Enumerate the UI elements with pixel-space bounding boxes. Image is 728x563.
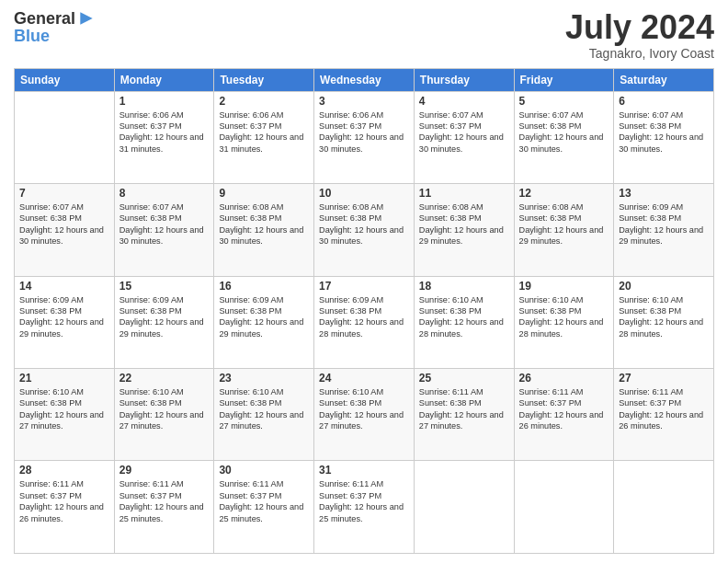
- col-saturday: Saturday: [614, 68, 714, 91]
- day-number: 19: [519, 280, 609, 293]
- cell-info: Sunrise: 6:10 AMSunset: 6:38 PMDaylight:…: [619, 294, 709, 340]
- cell-info: Sunrise: 6:08 AMSunset: 6:38 PMDaylight:…: [419, 201, 509, 247]
- table-cell: 15Sunrise: 6:09 AMSunset: 6:38 PMDayligh…: [114, 276, 214, 368]
- table-cell: 17Sunrise: 6:09 AMSunset: 6:38 PMDayligh…: [314, 276, 415, 368]
- day-number: 29: [119, 464, 210, 477]
- cell-info: Sunrise: 6:09 AMSunset: 6:38 PMDaylight:…: [19, 294, 109, 340]
- day-number: 15: [119, 280, 210, 293]
- header: General Blue July 2024 Tagnakro, Ivory C…: [14, 9, 714, 61]
- logo: General Blue: [14, 9, 96, 44]
- col-monday: Monday: [114, 68, 214, 91]
- cell-info: Sunrise: 6:10 AMSunset: 6:38 PMDaylight:…: [319, 386, 409, 432]
- cell-info: Sunrise: 6:06 AMSunset: 6:37 PMDaylight:…: [219, 109, 309, 155]
- table-cell: 2Sunrise: 6:06 AMSunset: 6:37 PMDaylight…: [214, 91, 314, 183]
- cell-info: Sunrise: 6:11 AMSunset: 6:37 PMDaylight:…: [219, 478, 309, 524]
- col-tuesday: Tuesday: [214, 68, 314, 91]
- day-number: 9: [219, 187, 309, 200]
- calendar-week-row: 1Sunrise: 6:06 AMSunset: 6:37 PMDaylight…: [15, 91, 714, 183]
- table-cell: 6Sunrise: 6:07 AMSunset: 6:38 PMDaylight…: [614, 91, 714, 183]
- title-area: July 2024 Tagnakro, Ivory Coast: [565, 9, 714, 61]
- table-cell: [15, 91, 115, 183]
- cell-info: Sunrise: 6:09 AMSunset: 6:38 PMDaylight:…: [119, 294, 210, 340]
- cell-info: Sunrise: 6:06 AMSunset: 6:37 PMDaylight:…: [319, 109, 409, 155]
- table-cell: 25Sunrise: 6:11 AMSunset: 6:38 PMDayligh…: [414, 369, 514, 461]
- table-cell: 16Sunrise: 6:09 AMSunset: 6:38 PMDayligh…: [214, 276, 314, 368]
- cell-info: Sunrise: 6:11 AMSunset: 6:37 PMDaylight:…: [19, 478, 109, 524]
- table-cell: 29Sunrise: 6:11 AMSunset: 6:37 PMDayligh…: [114, 461, 214, 554]
- table-cell: [414, 461, 514, 554]
- location: Tagnakro, Ivory Coast: [565, 46, 714, 61]
- table-cell: 7Sunrise: 6:07 AMSunset: 6:38 PMDaylight…: [15, 184, 115, 276]
- day-number: 30: [219, 464, 309, 477]
- table-cell: 8Sunrise: 6:07 AMSunset: 6:38 PMDaylight…: [114, 184, 214, 276]
- table-cell: 22Sunrise: 6:10 AMSunset: 6:38 PMDayligh…: [114, 369, 214, 461]
- day-number: 2: [219, 95, 309, 108]
- day-number: 3: [319, 95, 409, 108]
- cell-info: Sunrise: 6:11 AMSunset: 6:38 PMDaylight:…: [419, 386, 509, 432]
- cell-info: Sunrise: 6:07 AMSunset: 6:38 PMDaylight:…: [519, 109, 609, 155]
- day-number: 14: [19, 280, 109, 293]
- day-number: 17: [319, 280, 409, 293]
- table-cell: 4Sunrise: 6:07 AMSunset: 6:37 PMDaylight…: [414, 91, 514, 183]
- table-cell: 21Sunrise: 6:10 AMSunset: 6:38 PMDayligh…: [15, 369, 115, 461]
- cell-info: Sunrise: 6:10 AMSunset: 6:38 PMDaylight:…: [219, 386, 309, 432]
- cell-info: Sunrise: 6:09 AMSunset: 6:38 PMDaylight:…: [319, 294, 409, 340]
- table-cell: 23Sunrise: 6:10 AMSunset: 6:38 PMDayligh…: [214, 369, 314, 461]
- day-number: 22: [119, 372, 210, 385]
- table-cell: 9Sunrise: 6:08 AMSunset: 6:38 PMDaylight…: [214, 184, 314, 276]
- cell-info: Sunrise: 6:09 AMSunset: 6:38 PMDaylight:…: [619, 201, 709, 247]
- cell-info: Sunrise: 6:08 AMSunset: 6:38 PMDaylight:…: [519, 201, 609, 247]
- table-cell: 27Sunrise: 6:11 AMSunset: 6:37 PMDayligh…: [614, 369, 714, 461]
- day-number: 31: [319, 464, 409, 477]
- table-cell: 26Sunrise: 6:11 AMSunset: 6:37 PMDayligh…: [514, 369, 614, 461]
- day-number: 6: [619, 95, 709, 108]
- cell-info: Sunrise: 6:11 AMSunset: 6:37 PMDaylight:…: [519, 386, 609, 432]
- table-cell: 31Sunrise: 6:11 AMSunset: 6:37 PMDayligh…: [314, 461, 415, 554]
- day-number: 1: [119, 95, 210, 108]
- day-number: 28: [19, 464, 109, 477]
- day-number: 5: [519, 95, 609, 108]
- table-cell: [514, 461, 614, 554]
- table-cell: 30Sunrise: 6:11 AMSunset: 6:37 PMDayligh…: [214, 461, 314, 554]
- table-cell: 10Sunrise: 6:08 AMSunset: 6:38 PMDayligh…: [314, 184, 415, 276]
- day-number: 11: [419, 187, 509, 200]
- svg-marker-0: [80, 12, 92, 24]
- cell-info: Sunrise: 6:11 AMSunset: 6:37 PMDaylight:…: [119, 478, 210, 524]
- logo-blue: Blue: [14, 28, 50, 44]
- table-cell: 14Sunrise: 6:09 AMSunset: 6:38 PMDayligh…: [15, 276, 115, 368]
- page: General Blue July 2024 Tagnakro, Ivory C…: [0, 0, 728, 563]
- cell-info: Sunrise: 6:06 AMSunset: 6:37 PMDaylight:…: [119, 109, 210, 155]
- table-cell: [614, 461, 714, 554]
- col-friday: Friday: [514, 68, 614, 91]
- calendar-week-row: 21Sunrise: 6:10 AMSunset: 6:38 PMDayligh…: [15, 369, 714, 461]
- table-cell: 12Sunrise: 6:08 AMSunset: 6:38 PMDayligh…: [514, 184, 614, 276]
- cell-info: Sunrise: 6:07 AMSunset: 6:37 PMDaylight:…: [419, 109, 509, 155]
- table-cell: 19Sunrise: 6:10 AMSunset: 6:38 PMDayligh…: [514, 276, 614, 368]
- day-number: 12: [519, 187, 609, 200]
- cell-info: Sunrise: 6:10 AMSunset: 6:38 PMDaylight:…: [519, 294, 609, 340]
- table-cell: 18Sunrise: 6:10 AMSunset: 6:38 PMDayligh…: [414, 276, 514, 368]
- col-sunday: Sunday: [15, 68, 115, 91]
- table-cell: 28Sunrise: 6:11 AMSunset: 6:37 PMDayligh…: [15, 461, 115, 554]
- table-cell: 5Sunrise: 6:07 AMSunset: 6:38 PMDaylight…: [514, 91, 614, 183]
- col-thursday: Thursday: [414, 68, 514, 91]
- logo-general: General: [14, 10, 75, 27]
- day-number: 23: [219, 372, 309, 385]
- day-number: 18: [419, 280, 509, 293]
- logo-icon: [77, 9, 96, 28]
- table-cell: 3Sunrise: 6:06 AMSunset: 6:37 PMDaylight…: [314, 91, 415, 183]
- calendar-header-row: Sunday Monday Tuesday Wednesday Thursday…: [15, 68, 714, 91]
- calendar-week-row: 14Sunrise: 6:09 AMSunset: 6:38 PMDayligh…: [15, 276, 714, 368]
- day-number: 10: [319, 187, 409, 200]
- cell-info: Sunrise: 6:07 AMSunset: 6:38 PMDaylight:…: [19, 201, 109, 247]
- day-number: 20: [619, 280, 709, 293]
- cell-info: Sunrise: 6:11 AMSunset: 6:37 PMDaylight:…: [319, 478, 409, 524]
- table-cell: 13Sunrise: 6:09 AMSunset: 6:38 PMDayligh…: [614, 184, 714, 276]
- day-number: 26: [519, 372, 609, 385]
- calendar-week-row: 7Sunrise: 6:07 AMSunset: 6:38 PMDaylight…: [15, 184, 714, 276]
- cell-info: Sunrise: 6:10 AMSunset: 6:38 PMDaylight:…: [19, 386, 109, 432]
- cell-info: Sunrise: 6:08 AMSunset: 6:38 PMDaylight:…: [319, 201, 409, 247]
- cell-info: Sunrise: 6:11 AMSunset: 6:37 PMDaylight:…: [619, 386, 709, 432]
- month-title: July 2024: [565, 9, 714, 46]
- cell-info: Sunrise: 6:10 AMSunset: 6:38 PMDaylight:…: [119, 386, 210, 432]
